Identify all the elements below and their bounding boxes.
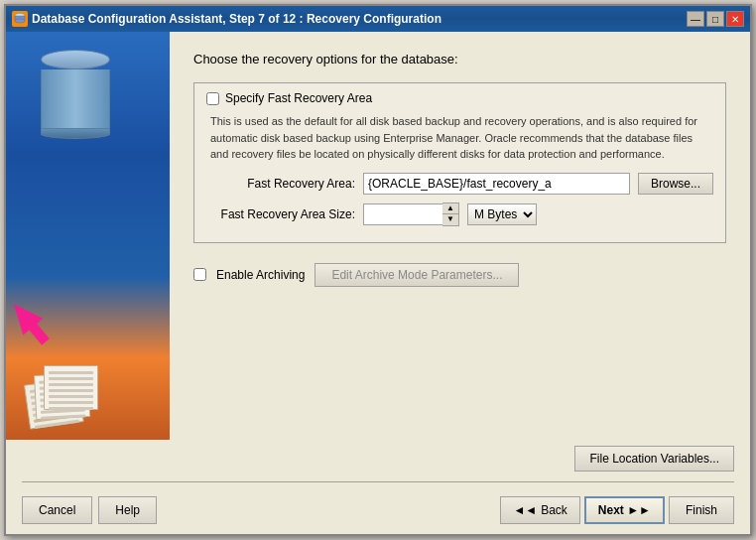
- size-spinner: 4977 ▲ ▼: [363, 202, 459, 226]
- svg-marker-3: [6, 296, 56, 350]
- main-window: Database Configuration Assistant, Step 7…: [4, 4, 752, 536]
- spinner-buttons: ▲ ▼: [442, 202, 459, 226]
- back-label: Back: [541, 503, 567, 517]
- archiving-row: Enable Archiving Edit Archive Mode Param…: [193, 263, 726, 287]
- next-label: Next: [598, 503, 624, 517]
- minimize-button[interactable]: —: [687, 11, 704, 27]
- spinner-up-button[interactable]: ▲: [442, 203, 458, 214]
- enable-archiving-label[interactable]: Enable Archiving: [216, 268, 305, 282]
- next-button[interactable]: Next ►►: [584, 496, 665, 524]
- next-arrow-icon: ►►: [627, 503, 651, 517]
- title-bar-text: Database Configuration Assistant, Step 7…: [32, 12, 683, 26]
- fast-recovery-area-label: Fast Recovery Area:: [206, 177, 355, 191]
- file-location-button[interactable]: File Location Variables...: [574, 446, 734, 472]
- file-location-row: File Location Variables...: [22, 446, 734, 472]
- finish-button[interactable]: Finish: [669, 496, 734, 524]
- title-bar: Database Configuration Assistant, Step 7…: [6, 6, 750, 32]
- back-arrow-icon: ◄◄: [513, 503, 537, 517]
- back-button[interactable]: ◄◄ Back: [500, 496, 579, 524]
- cancel-button[interactable]: Cancel: [22, 496, 92, 524]
- spinner-down-button[interactable]: ▼: [442, 214, 458, 225]
- fast-recovery-checkbox[interactable]: [206, 92, 219, 105]
- maximize-button[interactable]: □: [706, 11, 724, 27]
- fast-recovery-size-label: Fast Recovery Area Size:: [206, 207, 355, 221]
- bottom-section: File Location Variables... Cancel Help ◄…: [6, 440, 750, 534]
- nav-row: Cancel Help ◄◄ Back Next ►► Finish: [22, 492, 734, 528]
- unit-select[interactable]: M Bytes G Bytes: [467, 203, 537, 225]
- sidebar-image: [6, 32, 170, 440]
- fast-recovery-area-row: Fast Recovery Area: Browse...: [206, 173, 713, 195]
- svg-point-2: [15, 19, 25, 23]
- app-icon: [12, 11, 28, 27]
- size-input[interactable]: 4977: [363, 203, 442, 225]
- close-button[interactable]: ✕: [726, 11, 744, 27]
- help-button[interactable]: Help: [98, 496, 157, 524]
- fast-recovery-checkbox-label[interactable]: Specify Fast Recovery Area: [225, 91, 372, 105]
- edit-archive-button[interactable]: Edit Archive Mode Parameters...: [315, 263, 519, 287]
- recovery-section: Specify Fast Recovery Area This is used …: [193, 82, 726, 243]
- fast-recovery-area-input[interactable]: [363, 173, 630, 195]
- divider: [22, 481, 734, 482]
- title-bar-buttons: — □ ✕: [687, 11, 744, 27]
- fast-recovery-description: This is used as the default for all disk…: [210, 113, 713, 163]
- sidebar: [6, 32, 170, 440]
- enable-archiving-checkbox[interactable]: [193, 268, 206, 281]
- fast-recovery-size-row: Fast Recovery Area Size: 4977 ▲ ▼ M Byte…: [206, 202, 713, 226]
- nav-right: ◄◄ Back Next ►► Finish: [500, 496, 734, 524]
- nav-left: Cancel Help: [22, 496, 157, 524]
- browse-button[interactable]: Browse...: [638, 173, 713, 195]
- page-description: Choose the recovery options for the data…: [193, 52, 726, 67]
- fast-recovery-checkbox-row: Specify Fast Recovery Area: [206, 91, 713, 105]
- main-area: Choose the recovery options for the data…: [6, 32, 750, 440]
- content-panel: Choose the recovery options for the data…: [170, 32, 750, 440]
